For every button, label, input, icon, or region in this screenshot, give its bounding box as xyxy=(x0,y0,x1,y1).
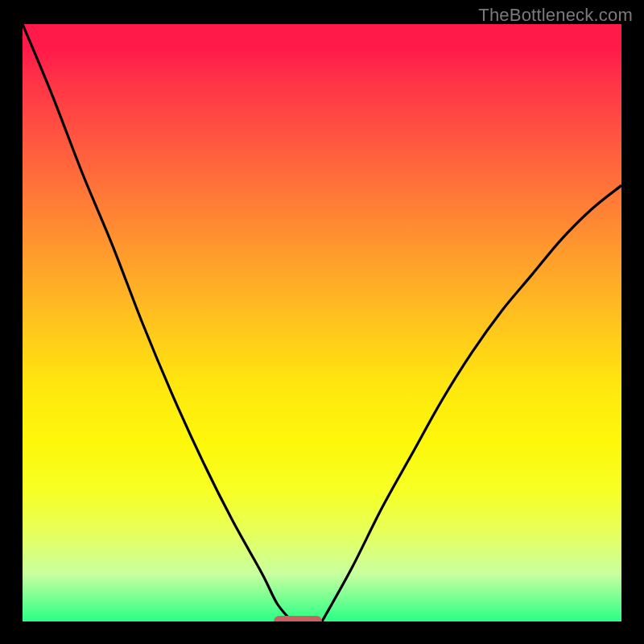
right-curve xyxy=(322,185,621,621)
watermark-text: TheBottleneck.com xyxy=(478,5,633,26)
curves-svg xyxy=(23,24,621,621)
chart-frame xyxy=(8,24,636,636)
bottleneck-marker xyxy=(274,616,322,621)
plot-area xyxy=(23,24,621,621)
left-curve xyxy=(23,24,292,621)
